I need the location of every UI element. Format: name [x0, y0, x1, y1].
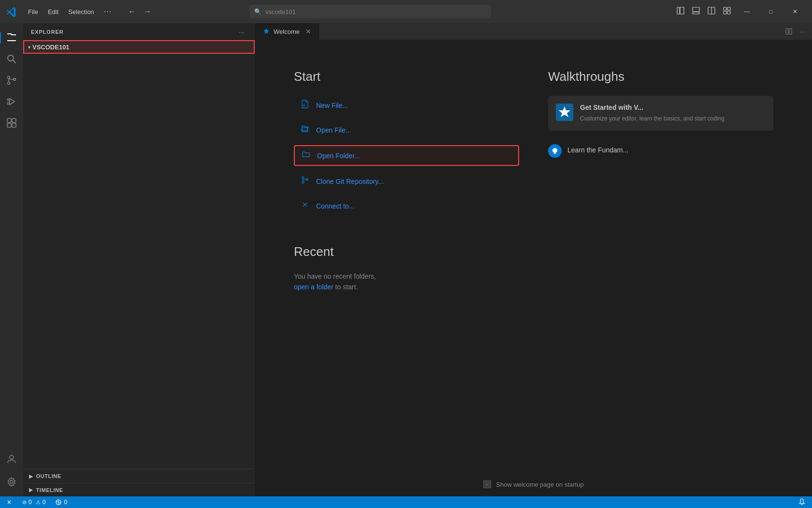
notification-bell-button[interactable] — [796, 498, 808, 507]
checkbox-check-icon: ✓ — [485, 481, 490, 488]
menu-selection[interactable]: Selection — [64, 6, 98, 17]
open-file-link[interactable]: Open File... — [294, 120, 519, 139]
svg-rect-2 — [693, 7, 699, 12]
clone-git-text: Clone Git Repository... — [316, 178, 384, 185]
warning-count: 0 — [43, 499, 46, 506]
folder-item-vscode101[interactable]: ▾ VSCODE101 — [23, 40, 255, 54]
warning-icon: ⚠ — [36, 499, 41, 506]
tab-welcome[interactable]: Welcome ✕ — [255, 23, 319, 40]
activity-search[interactable] — [2, 49, 21, 69]
recent-suffix: to start. — [334, 283, 358, 291]
walkthrough-learn-text: Learn the Fundam... — [567, 146, 628, 154]
activity-explorer[interactable] — [2, 28, 21, 47]
open-file-icon — [300, 124, 310, 135]
sidebar-header: EXPLORER ··· — [23, 23, 255, 40]
tab-bar: Welcome ✕ ··· — [255, 23, 812, 40]
connect-to-link[interactable]: Connect to... — [294, 196, 519, 215]
show-welcome-checkbox-row: ✓ Show welcome page on startup — [483, 480, 583, 488]
walkthrough-learn-fundamentals[interactable]: Learn the Fundam... — [548, 136, 773, 164]
activity-profile[interactable] — [2, 449, 21, 468]
activity-settings[interactable] — [2, 472, 21, 492]
tab-actions: ··· — [783, 26, 812, 37]
status-remote-connections[interactable]: 0 — [53, 496, 69, 508]
folder-name: VSCODE101 — [32, 44, 70, 51]
svg-rect-8 — [724, 11, 726, 14]
connect-to-icon — [300, 200, 310, 211]
svg-rect-21 — [12, 123, 16, 127]
split-editor-button[interactable] — [783, 26, 795, 37]
status-errors[interactable]: ⊘ 0 ⚠ 0 — [20, 496, 47, 508]
recent-heading: Recent — [294, 244, 519, 259]
menu-more[interactable]: ··· — [100, 5, 116, 18]
connect-to-text: Connect to... — [316, 202, 354, 210]
toggle-panel-button[interactable] — [689, 4, 703, 17]
svg-rect-19 — [12, 119, 16, 122]
svg-point-12 — [8, 76, 10, 79]
titlebar-nav: ← → — [125, 5, 154, 18]
activity-extensions[interactable] — [2, 113, 21, 133]
nav-back-button[interactable]: ← — [125, 5, 139, 18]
tab-close-button[interactable]: ✕ — [305, 28, 311, 35]
editor-area: Welcome ✕ ··· Start — [255, 23, 812, 496]
svg-point-17 — [7, 103, 9, 105]
remote-count: 0 — [64, 499, 67, 506]
minimize-button[interactable]: — — [736, 4, 758, 19]
toggle-layout-button[interactable] — [705, 4, 718, 17]
open-folder-recent-link[interactable]: open a folder — [294, 283, 334, 291]
sidebar-actions: ··· — [236, 27, 247, 37]
activity-run-debug[interactable] — [2, 92, 21, 111]
new-file-link[interactable]: New File... — [294, 96, 519, 115]
clone-git-link[interactable]: Clone Git Repository... — [294, 172, 519, 191]
menu-file[interactable]: File — [24, 6, 42, 17]
outline-label: OUTLINE — [36, 473, 61, 479]
walkthrough-bulb-icon — [548, 144, 562, 158]
sidebar-more-button[interactable]: ··· — [236, 27, 247, 37]
svg-point-22 — [10, 455, 14, 459]
svg-rect-25 — [789, 29, 792, 34]
sidebar-timeline-panel[interactable]: ▶ TIMELINE — [23, 483, 255, 496]
walkthrough-title-get-started: Get Started with V... — [580, 104, 725, 111]
search-bar[interactable]: 🔍 vscode101 — [249, 5, 491, 18]
welcome-links: New File... Open File... — [294, 96, 519, 215]
activity-source-control[interactable] — [2, 71, 21, 90]
sidebar-outline-panel[interactable]: ▶ OUTLINE — [23, 469, 255, 483]
svg-rect-6 — [724, 7, 726, 10]
toggle-sidebar-button[interactable] — [674, 4, 687, 17]
svg-point-29 — [302, 181, 304, 183]
status-remote[interactable] — [4, 496, 14, 508]
titlebar-menu: File Edit Selection ··· — [24, 5, 116, 18]
tab-welcome-icon — [263, 28, 270, 36]
more-actions-button[interactable]: ··· — [797, 26, 808, 37]
timeline-chevron-icon: ▶ — [29, 487, 33, 493]
recent-empty-message: You have no recent folders, — [294, 272, 376, 280]
sidebar-bottom: ▶ OUTLINE ▶ TIMELINE — [23, 469, 255, 496]
status-bar: ⊘ 0 ⚠ 0 0 — [0, 496, 812, 508]
folder-tree: ▾ VSCODE101 — [23, 40, 255, 469]
open-folder-link[interactable]: Open Folder... — [294, 145, 519, 166]
search-icon: 🔍 — [254, 8, 261, 15]
close-button[interactable]: ✕ — [784, 4, 806, 19]
open-folder-icon — [301, 150, 311, 161]
svg-rect-1 — [680, 7, 684, 14]
start-section: Start New File... — [294, 69, 519, 215]
recent-section: Recent You have no recent folders, open … — [294, 244, 519, 293]
walkthroughs-heading: Walkthroughs — [548, 69, 773, 84]
activity-bar — [0, 23, 23, 496]
nav-forward-button[interactable]: → — [141, 5, 154, 18]
maximize-button[interactable]: □ — [760, 4, 782, 19]
svg-point-16 — [7, 99, 9, 101]
clone-git-icon — [300, 176, 310, 187]
show-welcome-checkbox[interactable]: ✓ — [483, 480, 491, 488]
walkthrough-card-get-started[interactable]: Get Started with V... Customize your edi… — [548, 96, 773, 131]
svg-point-28 — [302, 177, 304, 179]
sidebar-title: EXPLORER — [31, 29, 64, 35]
activity-bottom — [2, 448, 21, 493]
walkthrough-star-icon — [556, 104, 573, 121]
menu-edit[interactable]: Edit — [44, 6, 62, 17]
vscode-logo-icon — [6, 6, 16, 17]
window-controls: — □ ✕ — [674, 4, 806, 19]
error-count: 0 — [29, 499, 32, 506]
tab-welcome-label: Welcome — [274, 28, 300, 35]
svg-rect-24 — [786, 29, 788, 34]
customize-layout-button[interactable] — [720, 4, 734, 17]
